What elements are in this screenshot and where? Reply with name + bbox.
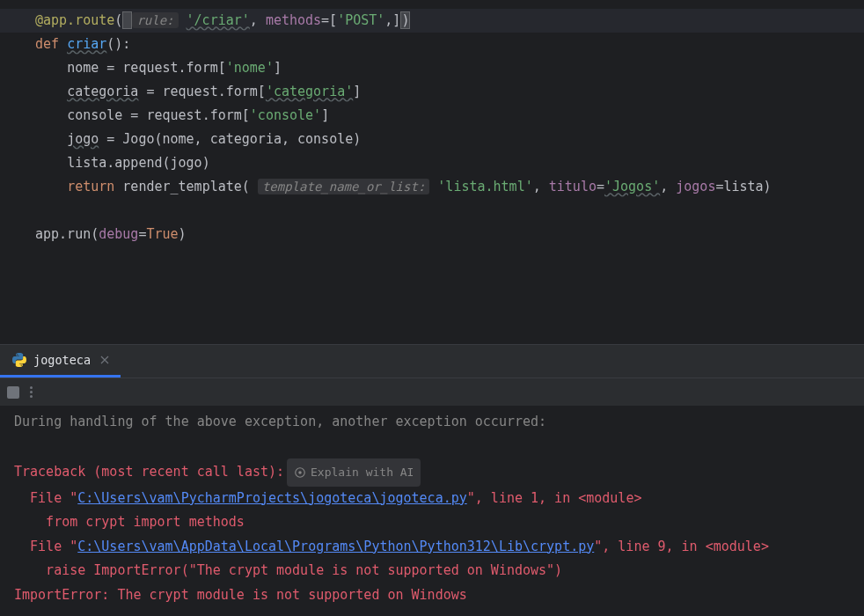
- console-output[interactable]: During handling of the above exception, …: [0, 406, 864, 616]
- code-line[interactable]: categoria = request.form['categoria']: [0, 80, 864, 104]
- svg-point-1: [298, 471, 302, 474]
- code-line[interactable]: console = request.form['console']: [0, 104, 864, 128]
- code-line[interactable]: return render_template( template_name_or…: [0, 175, 864, 199]
- run-tab[interactable]: jogoteca: [0, 345, 121, 378]
- code-line[interactable]: lista.append(jogo): [0, 151, 864, 175]
- decorator: @app.route: [35, 12, 114, 28]
- close-icon[interactable]: [98, 353, 112, 367]
- explain-with-ai-button[interactable]: Explain with AI: [287, 458, 421, 487]
- code-line[interactable]: nome = request.form['nome']: [0, 56, 864, 80]
- console-line: [14, 435, 850, 459]
- console-line: raise ImportError("The crypt module is n…: [14, 559, 850, 583]
- console-line: Traceback (most recent call last):Explai…: [14, 458, 850, 487]
- string-literal: '/criar': [187, 12, 250, 28]
- code-editor[interactable]: @app.route( rule: '/criar', methods=['PO…: [0, 0, 864, 344]
- console-line: File "C:\Users\vam\AppData\Local\Program…: [14, 535, 850, 560]
- python-icon: [12, 353, 26, 367]
- code-line[interactable]: @app.route( rule: '/criar', methods=['PO…: [0, 9, 864, 33]
- console-line: ImportError: The crypt module is not sup…: [14, 583, 850, 608]
- function-name: criar: [67, 36, 106, 52]
- console-line: from crypt import methods: [14, 510, 850, 535]
- ai-icon: [294, 466, 306, 479]
- code-line[interactable]: jogo = Jogo(nome, categoria, console): [0, 128, 864, 151]
- code-line[interactable]: app.run(debug=True): [0, 223, 864, 246]
- file-link[interactable]: C:\Users\vam\AppData\Local\Programs\Pyth…: [77, 539, 594, 554]
- file-link[interactable]: C:\Users\vam\PycharmProjects\jogoteca\jo…: [77, 490, 467, 506]
- console-toolbar: [0, 378, 864, 406]
- param-hint: rule:: [132, 12, 178, 28]
- run-tab-bar: jogoteca: [0, 344, 864, 378]
- param-hint: template_name_or_list:: [258, 179, 429, 194]
- more-icon[interactable]: [30, 386, 33, 398]
- code-line[interactable]: def criar():: [0, 33, 864, 56]
- console-line: File "C:\Users\vam\PycharmProjects\jogot…: [14, 487, 850, 511]
- tab-label: jogoteca: [33, 353, 91, 367]
- stop-icon[interactable]: [7, 386, 19, 399]
- code-line[interactable]: [0, 199, 864, 223]
- console-line: During handling of the above exception, …: [14, 410, 850, 435]
